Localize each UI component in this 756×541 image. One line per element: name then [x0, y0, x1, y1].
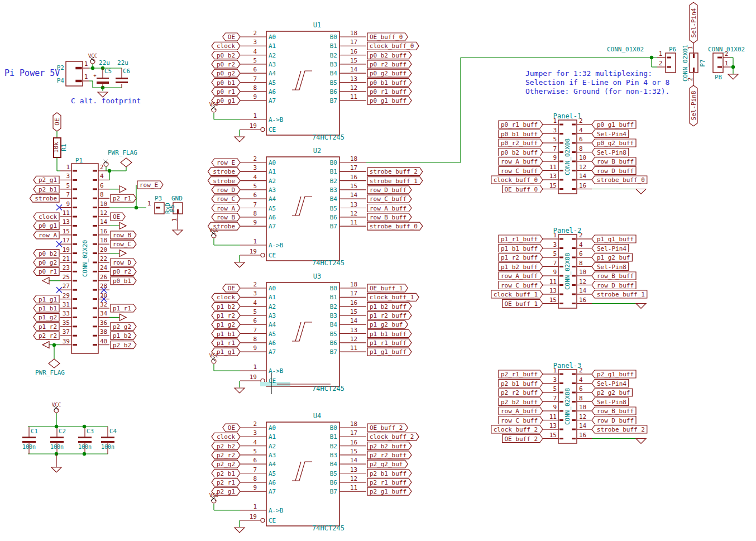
- global-label-text[interactable]: p0_b1_buff: [501, 131, 538, 137]
- global-label-text[interactable]: row_C_buff: [501, 282, 538, 288]
- global-label-text[interactable]: p2_r1_buff: [501, 371, 538, 377]
- global-label-text[interactable]: p0_b1: [217, 79, 235, 85]
- global-label-text[interactable]: row_D: [113, 260, 131, 266]
- global-label-text[interactable]: p0_b2_buff: [370, 52, 406, 58]
- global-label-text[interactable]: p2_r2_buff: [370, 452, 406, 458]
- global-label-text[interactable]: row_A: [217, 205, 235, 211]
- value-U3[interactable]: 74HCT245: [312, 385, 344, 392]
- global-label-text[interactable]: OE: [228, 285, 235, 291]
- global-label-text[interactable]: p2_b1_buff: [370, 470, 406, 476]
- global-label-text[interactable]: Sel-Pin4: [597, 131, 626, 137]
- value-U1[interactable]: 74HCT245: [312, 134, 344, 141]
- global-label-text[interactable]: OE_buff_0: [370, 34, 403, 40]
- global-label-text[interactable]: p1_b1_buff: [501, 245, 538, 251]
- global-label-text[interactable]: clock: [39, 214, 57, 220]
- global-label-text[interactable]: strobe_buff_1: [597, 291, 645, 298]
- global-label-text[interactable]: clock_buff_1: [370, 294, 414, 300]
- global-label-text[interactable]: row_A_buff: [501, 273, 538, 279]
- global-label-text[interactable]: row_C: [113, 241, 131, 247]
- ref-c6[interactable]: C6: [123, 68, 130, 74]
- global-label-text[interactable]: strobe_buff_1: [370, 178, 418, 184]
- global-label-text[interactable]: strobe_buff_0: [370, 223, 418, 229]
- global-label-text[interactable]: p1_r1_buff: [501, 236, 538, 242]
- value-Panel-1[interactable]: CONN_02X08: [564, 138, 571, 175]
- cap-value[interactable]: 100n: [50, 444, 64, 450]
- global-label-text[interactable]: p0_b1: [113, 277, 131, 284]
- global-label-text[interactable]: row_D_buff: [597, 167, 634, 174]
- sheet-arrow-icon[interactable]: [119, 250, 126, 257]
- power-section-title[interactable]: Pi Power 5V: [4, 69, 60, 78]
- global-label-text[interactable]: Sel-Pin4: [597, 380, 626, 386]
- value-U2[interactable]: 74HCT245: [312, 260, 344, 266]
- value-c6[interactable]: 22u: [117, 60, 128, 66]
- global-label-text[interactable]: p0_g1_buff: [370, 98, 406, 104]
- value-Panel-3[interactable]: CONN_02X08: [564, 388, 571, 425]
- global-label-text[interactable]: row_E: [140, 182, 158, 188]
- sheet-arrow-icon[interactable]: [119, 186, 126, 193]
- global-label-text[interactable]: p2_r1_buff: [370, 479, 406, 485]
- global-label-text[interactable]: p0_r1_buff: [370, 88, 406, 94]
- global-label-text[interactable]: p0_g1: [217, 98, 235, 104]
- global-label-text[interactable]: p0_g2: [217, 70, 235, 76]
- ref-U1[interactable]: U1: [313, 22, 321, 28]
- global-label-text[interactable]: p1_g2_buf: [597, 255, 630, 261]
- value-r1[interactable]: 10k: [53, 142, 59, 153]
- global-label-text[interactable]: p1_g1: [217, 349, 235, 355]
- ref-p5[interactable]: P5: [169, 204, 175, 212]
- connector-p2-p4[interactable]: [66, 61, 83, 86]
- jumper-note-line[interactable]: Selection if E-Line on Pin 4 or 8: [525, 79, 669, 86]
- global-label-text[interactable]: strobe: [35, 195, 57, 202]
- ref-Panel-3[interactable]: Panel-3: [553, 362, 582, 369]
- global-label-text[interactable]: p1_b1: [217, 331, 235, 337]
- global-label-text[interactable]: Sel-Pin4: [597, 245, 626, 251]
- global-label-text[interactable]: p0_r1: [217, 88, 235, 94]
- global-label-text[interactable]: p2_g1: [39, 177, 57, 183]
- global-label-text[interactable]: OE_buff_1: [370, 285, 403, 291]
- global-label-text[interactable]: strobe: [213, 178, 235, 184]
- sheet-arrow-icon[interactable]: [42, 277, 49, 284]
- global-label-text[interactable]: row_D_buff: [370, 186, 406, 193]
- global-label-text[interactable]: p1_b1_buff: [370, 331, 406, 337]
- global-label-text[interactable]: p1_b2_buff: [370, 303, 406, 309]
- global-label-text[interactable]: p2_g2_buf: [370, 461, 403, 467]
- global-label-text[interactable]: p2_g2: [217, 461, 235, 467]
- global-label-text[interactable]: p0_b2: [217, 52, 235, 58]
- global-label-text[interactable]: row_E: [217, 160, 235, 166]
- ref-Panel-1[interactable]: Panel-1: [553, 113, 582, 119]
- pwr-flag-icon[interactable]: [121, 158, 132, 167]
- global-label-text[interactable]: row_A_buff: [501, 408, 538, 414]
- global-label-text[interactable]: clock_buff_0: [494, 177, 538, 183]
- global-label-text[interactable]: p1_r2_buff: [370, 312, 406, 318]
- ref-c5[interactable]: C5: [104, 68, 112, 74]
- ref-p8[interactable]: P8: [715, 74, 722, 80]
- global-label-text[interactable]: p2_r1: [113, 195, 131, 202]
- sheet-arrow-icon[interactable]: [119, 222, 126, 229]
- global-label-text[interactable]: OE_buff_2: [504, 435, 538, 442]
- global-label-text[interactable]: OE: [228, 34, 235, 40]
- ref-p3[interactable]: P3: [155, 195, 162, 202]
- global-label-text[interactable]: Sel-Pin8: [597, 149, 626, 155]
- global-label-text[interactable]: OE: [54, 118, 60, 126]
- global-label-text[interactable]: OE: [228, 425, 235, 431]
- cap-value[interactable]: 100n: [22, 444, 36, 450]
- ref-p7[interactable]: P7: [700, 59, 706, 66]
- global-label-text[interactable]: p0_r2_buff: [501, 140, 538, 146]
- ref-C2[interactable]: C2: [59, 428, 66, 434]
- global-label-text[interactable]: clock: [217, 294, 235, 300]
- ref-U2[interactable]: U2: [313, 147, 321, 154]
- global-label-text[interactable]: p2_r1: [217, 479, 235, 485]
- global-label-text[interactable]: row_C: [217, 196, 235, 202]
- global-label-text[interactable]: clock: [217, 434, 235, 440]
- global-label-text[interactable]: p1_r2_buff: [501, 255, 538, 261]
- connector-p6[interactable]: [666, 53, 676, 73]
- global-label-text[interactable]: p2_g2: [113, 323, 131, 329]
- global-label-text[interactable]: p1_g1: [39, 296, 57, 302]
- global-label-text[interactable]: p0_r2: [113, 269, 131, 275]
- global-label-text[interactable]: p1_r1: [217, 339, 235, 346]
- global-label-text[interactable]: p2_b2: [217, 443, 235, 449]
- ref-C3[interactable]: C3: [87, 428, 94, 434]
- global-label-text[interactable]: OE_buff_1: [504, 300, 538, 307]
- global-label-text[interactable]: p0_r2: [217, 61, 235, 67]
- global-label-text[interactable]: p1_r1_buff: [370, 339, 406, 346]
- sheet-arrow-icon[interactable]: [119, 314, 126, 320]
